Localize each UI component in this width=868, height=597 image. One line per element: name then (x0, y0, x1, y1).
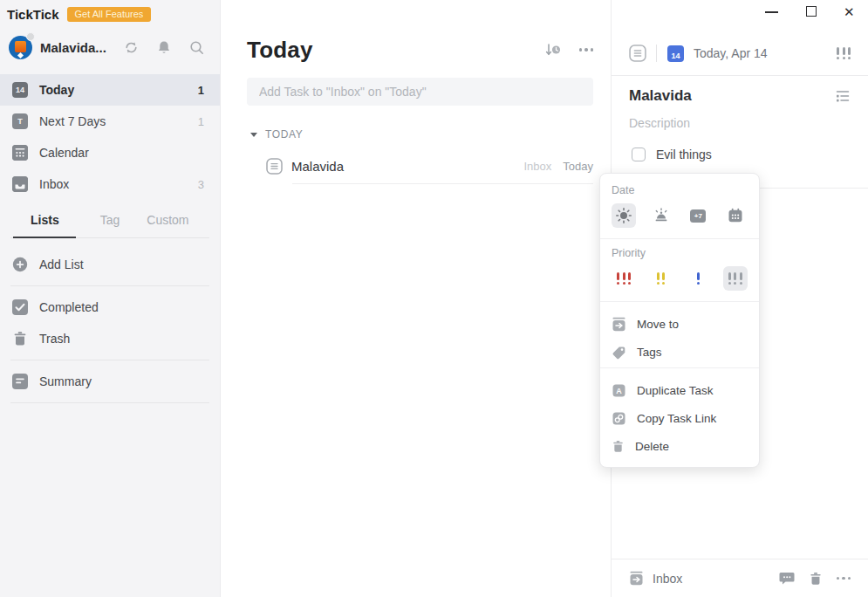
task-date-tag: Today (563, 160, 593, 173)
move-to-icon (612, 317, 626, 332)
sync-icon[interactable] (124, 40, 139, 55)
svg-text:A: A (616, 387, 622, 395)
description-field[interactable]: Description (629, 116, 851, 130)
sidebar-item-inbox[interactable]: Inbox 3 (0, 168, 220, 200)
sidebar-item-today[interactable]: 14 Today 1 (0, 74, 220, 106)
outline-list-icon[interactable] (835, 88, 851, 104)
summary-doc-icon (12, 374, 28, 389)
due-date-text[interactable]: Today, Apr 14 (694, 46, 837, 60)
sidebar-item-summary[interactable]: Summary (0, 366, 220, 397)
divider (656, 45, 657, 62)
sidebar-nav: 14 Today 1 T Next 7 Days 1 Calendar (0, 74, 220, 200)
detail-more-icon[interactable] (837, 577, 851, 580)
date-custom-calendar-icon[interactable] (723, 203, 748, 228)
group-header-today[interactable]: TODAY (247, 127, 593, 141)
menu-item-label: Move to (637, 318, 679, 331)
divider (10, 360, 209, 360)
menu-item-label: Copy Task Link (637, 412, 716, 425)
date-tomorrow-bell-icon[interactable] (649, 203, 673, 228)
sidebar-item-trash[interactable]: Trash (0, 323, 220, 354)
chevron-down-icon (250, 133, 257, 137)
detail-footer: Inbox (612, 559, 868, 597)
calendar-icon (12, 145, 28, 161)
avatar[interactable] (9, 36, 32, 59)
app-logo: TickTick (7, 7, 59, 22)
priority-high-icon[interactable] (612, 266, 636, 291)
page-title: Today (247, 37, 544, 64)
sidebar-item-label: Completed (39, 300, 208, 314)
tab-lists[interactable]: Lists (31, 213, 59, 227)
task-list-panel: Today TODAY Malavida Inbox Today (221, 0, 611, 597)
account-row[interactable]: Malavida... (0, 23, 220, 63)
date-today-sun-icon[interactable] (612, 203, 636, 228)
divider (292, 183, 593, 184)
maximize-button[interactable] (806, 6, 817, 17)
sidebar-item-label: Summary (39, 374, 208, 388)
date-next-week-icon[interactable]: +7 (686, 203, 710, 228)
close-button[interactable]: ✕ (842, 3, 857, 22)
priority-low-icon[interactable] (686, 266, 710, 291)
task-row[interactable]: Malavida Inbox Today (247, 154, 593, 178)
sidebar-item-label: Today (39, 83, 198, 97)
due-date-calendar-icon[interactable]: 14 (667, 45, 684, 62)
priority-none-icon[interactable] (723, 266, 748, 291)
divider (600, 301, 759, 302)
detail-task-title[interactable]: Malavida (629, 87, 835, 105)
sort-icon[interactable] (544, 42, 562, 58)
count-badge: 1 (198, 84, 204, 97)
add-task-input[interactable] (247, 78, 593, 106)
tab-custom[interactable]: Custom (147, 213, 188, 227)
menu-item-duplicate-task[interactable]: A Duplicate Task (600, 376, 759, 404)
menu-item-tags[interactable]: Tags (600, 338, 759, 366)
detail-header: 14 Today, Apr 14 (629, 38, 851, 68)
menu-item-label: Tags (637, 346, 662, 359)
duplicate-icon: A (612, 383, 626, 398)
sidebar-item-calendar[interactable]: Calendar (0, 137, 220, 168)
task-context-menu: Date +7 Priority (599, 173, 760, 468)
move-to-list-icon (629, 571, 644, 586)
delete-trash-icon (612, 440, 625, 453)
tab-tag[interactable]: Tag (100, 213, 120, 227)
divider (600, 238, 759, 239)
count-badge: 3 (198, 178, 204, 191)
menu-date-label: Date (600, 184, 759, 196)
menu-item-delete[interactable]: Delete (600, 432, 759, 460)
sidebar-item-completed[interactable]: Completed (0, 292, 220, 323)
menu-item-copy-task-link[interactable]: Copy Task Link (600, 404, 759, 432)
note-icon[interactable] (629, 45, 646, 62)
tag-icon (612, 345, 626, 360)
minimize-button[interactable] (765, 11, 778, 13)
divider (600, 367, 759, 368)
priority-icon[interactable] (837, 47, 851, 60)
note-icon (266, 158, 283, 175)
task-list-tag: Inbox (523, 160, 551, 173)
footer-list-selector[interactable]: Inbox (653, 572, 779, 586)
menu-item-move-to[interactable]: Move to (600, 310, 759, 338)
detail-title-row: Malavida (629, 87, 851, 105)
brand-row: TickTick Get All Features (0, 0, 220, 23)
count-badge: 1 (198, 115, 204, 128)
comment-icon[interactable] (779, 571, 795, 586)
ticktick-window: TickTick Get All Features Malavida... 14 (0, 0, 868, 597)
divider (10, 402, 209, 403)
menu-item-label: Delete (635, 440, 669, 453)
sidebar-item-next7days[interactable]: T Next 7 Days 1 (0, 106, 220, 137)
task-title: Malavida (291, 159, 523, 174)
trash-icon[interactable] (809, 572, 823, 586)
priority-medium-icon[interactable] (649, 266, 673, 291)
divider (10, 285, 209, 286)
get-all-features-button[interactable]: Get All Features (67, 7, 152, 22)
list-more-icon[interactable] (579, 48, 594, 51)
link-icon (612, 411, 626, 426)
account-name[interactable]: Malavida... (40, 40, 124, 55)
sidebar-item-label: Next 7 Days (39, 114, 198, 128)
add-list-button[interactable]: Add List (0, 249, 220, 280)
subtask-label[interactable]: Evil things (656, 148, 712, 161)
notification-bell-icon[interactable] (157, 40, 171, 55)
search-icon[interactable] (189, 40, 204, 55)
inbox-icon (12, 176, 28, 192)
add-list-label: Add List (39, 257, 208, 271)
sidebar-item-label: Calendar (39, 146, 204, 160)
subtask-checkbox[interactable] (632, 148, 646, 161)
priority-options (600, 259, 759, 299)
